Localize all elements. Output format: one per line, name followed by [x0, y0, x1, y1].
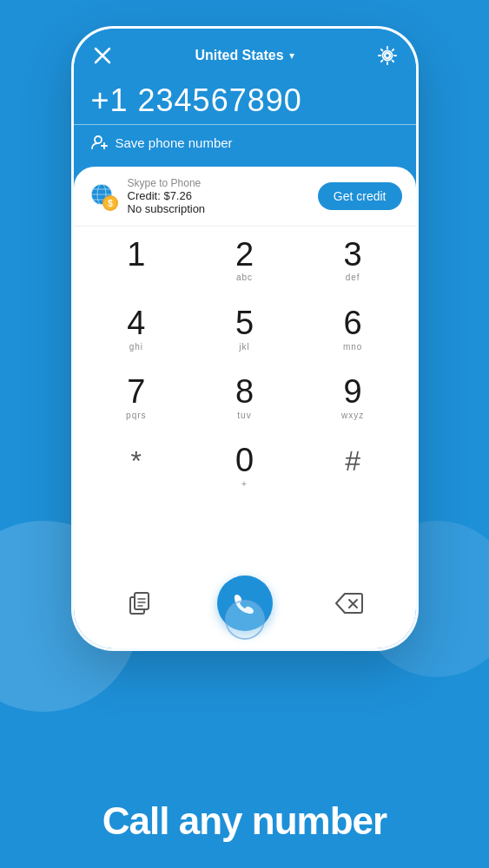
phone-display: +1 2345678​90 [74, 76, 416, 125]
keypad-container: $ Skype to Phone Credit: $7.26 No subscr… [74, 167, 416, 648]
keypad-grid: 1 2 abc 3 def 4 ghi [74, 227, 416, 570]
key-3-sub: def [346, 273, 360, 285]
key-2-main: 2 [235, 237, 254, 273]
key-9[interactable]: 9 wxyz [299, 364, 407, 432]
key-0[interactable]: 0 + [190, 433, 299, 502]
key-1[interactable]: 1 [83, 227, 191, 295]
key-4[interactable]: 4 ghi [83, 295, 191, 364]
credit-text: Skype to Phone Credit: $7.26 No subscrip… [128, 177, 206, 215]
country-selector[interactable]: United States ▾ [195, 48, 294, 63]
svg-point-5 [95, 136, 102, 143]
get-credit-button[interactable]: Get credit [318, 182, 402, 210]
key-0-sub: + [241, 479, 248, 491]
close-button[interactable] [91, 44, 114, 67]
key-4-main: 4 [127, 306, 145, 342]
key-5-sub: jkl [239, 342, 249, 354]
phone-number: +1 2345678​90 [91, 82, 399, 119]
no-subscription-label: No subscription [128, 202, 206, 215]
skype-credit-icon: $ [88, 181, 119, 212]
delete-button[interactable] [327, 581, 372, 626]
key-hash[interactable]: # [299, 433, 407, 502]
key-3-main: 3 [344, 237, 362, 273]
key-star-symbol: * [131, 444, 142, 477]
key-star[interactable]: * [83, 433, 191, 502]
key-8-main: 8 [235, 374, 254, 411]
key-2[interactable]: 2 abc [190, 227, 299, 295]
key-8[interactable]: 8 tuv [190, 364, 299, 432]
key-7[interactable]: 7 pqrs [83, 364, 191, 432]
call-any-number-text: Call any number [0, 800, 489, 842]
credit-info-left: $ Skype to Phone Credit: $7.26 No subscr… [88, 177, 206, 215]
key-7-sub: pqrs [126, 411, 146, 423]
chevron-down-icon: ▾ [289, 49, 294, 62]
home-button[interactable] [225, 600, 265, 640]
key-7-main: 7 [127, 374, 145, 411]
top-bar: United States ▾ [74, 29, 416, 76]
save-phone-label: Save phone number [116, 135, 233, 150]
key-3[interactable]: 3 def [299, 227, 407, 295]
add-contact-icon [91, 134, 109, 151]
key-0-main: 0 [235, 443, 254, 479]
key-5-main: 5 [235, 306, 254, 342]
close-icon [93, 46, 112, 65]
settings-button[interactable] [376, 44, 399, 67]
key-4-sub: ghi [129, 342, 143, 354]
phone-inner: United States ▾ +1 2345678​90 [74, 29, 416, 648]
copy-paste-button[interactable] [118, 581, 163, 626]
settings-icon [377, 45, 398, 66]
key-6-sub: mno [343, 342, 362, 354]
skype-to-phone-label: Skype to Phone [128, 177, 206, 189]
key-hash-symbol: # [345, 444, 360, 477]
phone-frame: United States ▾ +1 2345678​90 [71, 26, 419, 651]
credit-amount: Credit: $7.26 [128, 189, 206, 202]
key-6[interactable]: 6 mno [299, 295, 407, 364]
key-8-sub: tuv [237, 411, 251, 423]
save-phone-button[interactable]: Save phone number [74, 125, 416, 167]
svg-rect-18 [135, 593, 149, 609]
svg-text:$: $ [108, 199, 113, 208]
country-name: United States [195, 48, 283, 63]
key-5[interactable]: 5 jkl [190, 295, 299, 364]
globe-coin-icon: $ [88, 181, 119, 212]
key-9-sub: wxyz [341, 411, 364, 423]
key-1-main: 1 [127, 237, 145, 273]
key-9-main: 9 [344, 374, 362, 411]
backspace-icon [334, 590, 364, 616]
copy-icon [128, 590, 154, 616]
key-2-sub: abc [236, 273, 253, 285]
key-6-main: 6 [344, 306, 362, 342]
bottom-text-area: Call any number [0, 800, 489, 842]
credit-bar: $ Skype to Phone Credit: $7.26 No subscr… [74, 167, 416, 227]
